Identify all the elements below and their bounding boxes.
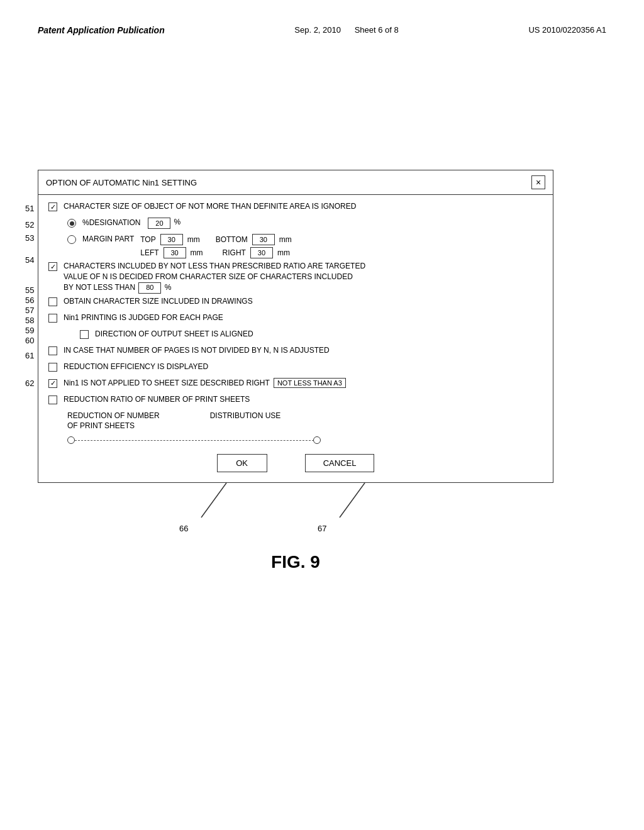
sheet-label: Sheet 6 of 8 (355, 25, 399, 35)
main-content: 51 52 53 54 55 56 57 58 59 60 61 62 OPTI… (38, 170, 604, 572)
dialog-buttons: OK CANCEL (48, 454, 543, 472)
row-52-label: %DESIGNATION (82, 218, 140, 228)
checkbox-56[interactable] (48, 314, 57, 323)
label-66: 66 (179, 524, 188, 533)
row-label-59: 59 (25, 326, 34, 335)
svg-line-1 (340, 483, 365, 517)
row-60-text: Nin1 IS NOT APPLIED TO SHEET SIZE DESCRI… (64, 378, 270, 389)
dialog-box: OPTION OF AUTOMATIC Nin1 SETTING × CHARA… (38, 170, 553, 483)
row-label-52: 52 (25, 221, 34, 229)
checkbox-60[interactable] (48, 379, 57, 388)
row-label-61: 61 (25, 351, 34, 360)
patent-number-label: US 2010/0220356 A1 (528, 25, 606, 35)
date-label: Sep. 2, 2010 Sheet 6 of 8 (294, 25, 399, 35)
slider-thumb-right[interactable] (313, 436, 321, 444)
row-label-51: 51 (25, 204, 34, 213)
arrow-section: 66 67 (38, 483, 553, 540)
row-61-text: REDUCTION RATIO OF NUMBER OF PRINT SHEET… (64, 394, 543, 405)
reduction-left-label: REDUCTION OF NUMBEROF PRINT SHEETS (67, 411, 160, 432)
slider-thumb-left[interactable] (67, 436, 75, 444)
checkbox-59[interactable] (48, 363, 57, 372)
label-67: 67 (318, 524, 326, 533)
row-label-62: 62 (25, 379, 34, 387)
dialog-title-bar: OPTION OF AUTOMATIC Nin1 SETTING × (38, 170, 553, 195)
row-54: CHARACTERS INCLUDED BY NOT LESS THAN PRE… (48, 261, 543, 294)
right-input[interactable]: 30 (250, 247, 273, 258)
designation-input[interactable]: 20 (148, 218, 170, 229)
row-53-label: MARGIN PART (82, 234, 134, 245)
radio-52[interactable] (67, 219, 76, 228)
figure-caption: FIG. 9 (38, 552, 553, 572)
row-label-54: 54 (25, 256, 34, 264)
row-label-58: 58 (25, 316, 34, 324)
row-51: CHARACTER SIZE OF OBJECT OF NOT MORE THA… (48, 201, 543, 215)
checkbox-55[interactable] (48, 297, 57, 306)
row-label-57: 57 (25, 306, 34, 314)
ok-button[interactable]: OK (217, 454, 267, 472)
arrow-svg (38, 483, 553, 540)
svg-line-0 (201, 483, 226, 517)
row-58-text: IN CASE THAT NUMBER OF PAGES IS NOT DIVI… (64, 345, 543, 356)
page-header: Patent Application Publication Sep. 2, 2… (0, 25, 644, 35)
checkbox-51[interactable] (48, 202, 57, 211)
threshold-input[interactable]: 80 (138, 282, 161, 294)
row-label-55: 55 (25, 286, 34, 294)
row-57: DIRECTION OF OUTPUT SHEET IS ALIGNED (48, 329, 543, 343)
top-input[interactable]: 30 (160, 234, 183, 245)
slider-track (75, 440, 314, 441)
bottom-input[interactable]: 30 (252, 234, 275, 245)
checkbox-58[interactable] (48, 346, 57, 355)
row-60: Nin1 IS NOT APPLIED TO SHEET SIZE DESCRI… (48, 378, 543, 392)
reduction-right-label: DISTRIBUTION USE (210, 411, 281, 421)
row-59: REDUCTION EFFICIENCY IS DISPLAYED (48, 362, 543, 375)
row-56-text: Nin1 PRINTING IS JUDGED FOR EACH PAGE (64, 313, 543, 323)
row-label-60: 60 (25, 336, 34, 345)
row-57-text: DIRECTION OF OUTPUT SHEET IS ALIGNED (95, 329, 543, 340)
sheet-size-tag: NOT LESS THAN A3 (274, 378, 346, 388)
dialog-content: CHARACTER SIZE OF OBJECT OF NOT MORE THA… (38, 195, 553, 482)
row-58: IN CASE THAT NUMBER OF PAGES IS NOT DIVI… (48, 345, 543, 359)
checkbox-57[interactable] (80, 330, 89, 339)
checkbox-54[interactable] (48, 262, 57, 271)
dialog-title: OPTION OF AUTOMATIC Nin1 SETTING (46, 178, 197, 187)
cancel-button[interactable]: CANCEL (305, 454, 375, 472)
reduction-section: REDUCTION OF NUMBEROF PRINT SHEETS DISTR… (67, 411, 543, 432)
row-51-text: CHARACTER SIZE OF OBJECT OF NOT MORE THA… (64, 201, 543, 212)
row-61: REDUCTION RATIO OF NUMBER OF PRINT SHEET… (48, 394, 543, 408)
publication-label: Patent Application Publication (38, 25, 165, 35)
left-input[interactable]: 30 (164, 247, 186, 258)
row-56: Nin1 PRINTING IS JUDGED FOR EACH PAGE (48, 313, 543, 326)
dialog-close-button[interactable]: × (531, 175, 545, 189)
row-54-text: CHARACTERS INCLUDED BY NOT LESS THAN PRE… (64, 261, 543, 294)
row-label-56: 56 (25, 296, 34, 304)
slider-row (67, 436, 543, 444)
radio-53[interactable] (67, 235, 76, 244)
row-53: MARGIN PART TOP 30 mm BOTTOM 30 mm LEFT … (48, 234, 543, 258)
checkbox-61[interactable] (48, 396, 57, 404)
row-55-text: OBTAIN CHARACTER SIZE INCLUDED IN DRAWIN… (64, 296, 543, 307)
row-label-53: 53 (25, 234, 34, 242)
row-59-text: REDUCTION EFFICIENCY IS DISPLAYED (64, 362, 543, 372)
row-55: OBTAIN CHARACTER SIZE INCLUDED IN DRAWIN… (48, 296, 543, 310)
row-52: %DESIGNATION 20 % (48, 218, 543, 231)
